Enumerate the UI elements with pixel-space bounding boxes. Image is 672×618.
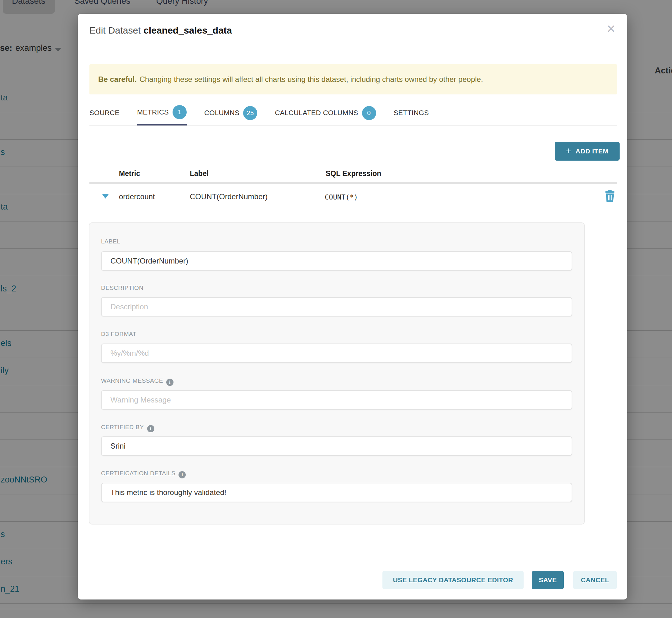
tab-columns-label: COLUMNS — [204, 109, 239, 117]
modal-footer: USE LEGACY DATASOURCE EDITOR SAVE CANCEL — [382, 571, 617, 589]
close-icon[interactable]: × — [607, 21, 615, 36]
metric-sql-cell: COUNT(*) — [325, 193, 358, 201]
save-button[interactable]: SAVE — [532, 571, 564, 589]
label-field-label: LABEL — [101, 238, 120, 245]
modal-header: Edit Datasetcleaned_sales_data × — [78, 14, 627, 47]
metric-label-cell: COUNT(OrderNumber) — [190, 192, 268, 201]
dataset-editor-tabs: SOURCE METRICS 1 COLUMNS 25 CALCULATED C… — [89, 100, 617, 126]
label-field-label-text: LABEL — [101, 238, 120, 245]
warning-message-input[interactable] — [101, 390, 572, 410]
calculated-columns-count-badge: 0 — [362, 106, 376, 120]
warning-banner: Be careful. Changing these settings will… — [89, 64, 617, 94]
metrics-count-badge: 1 — [173, 105, 187, 119]
certification-details-field-label-text: CERTIFICATION DETAILS — [101, 470, 175, 477]
warning-banner-text: Changing these settings will affect all … — [139, 75, 483, 84]
metric-edit-panel: LABEL DESCRIPTION D3 FORMAT WARNING MESS… — [89, 222, 585, 524]
description-field-label-text: DESCRIPTION — [101, 285, 143, 291]
tab-settings-label: SETTINGS — [394, 109, 429, 117]
certified-by-field-label-text: CERTIFIED BY — [101, 424, 144, 430]
d3-format-input[interactable] — [101, 343, 572, 363]
info-icon[interactable]: i — [147, 425, 154, 432]
metric-name-cell: ordercount — [119, 192, 155, 201]
warning-message-field-label: WARNING MESSAGEi — [101, 377, 174, 386]
add-item-button[interactable]: + ADD ITEM — [555, 142, 619, 161]
tab-metrics-label: METRICS — [137, 108, 169, 116]
certification-details-field-label: CERTIFICATION DETAILSi — [101, 470, 186, 479]
certified-by-field-label: CERTIFIED BYi — [101, 424, 154, 432]
tab-columns[interactable]: COLUMNS 25 — [204, 100, 257, 125]
cancel-button[interactable]: CANCEL — [573, 571, 617, 589]
edit-dataset-modal: Edit Datasetcleaned_sales_data × Be care… — [78, 14, 627, 600]
tab-calculated-columns[interactable]: CALCULATED COLUMNS 0 — [275, 100, 376, 125]
d3-format-field-label-text: D3 FORMAT — [101, 331, 136, 337]
metrics-table-divider — [89, 182, 617, 184]
modal-title: Edit Datasetcleaned_sales_data — [89, 25, 232, 36]
info-icon[interactable]: i — [179, 471, 186, 479]
tab-metrics[interactable]: METRICS 1 — [137, 100, 187, 125]
trash-icon[interactable] — [604, 190, 615, 203]
tab-source[interactable]: SOURCE — [89, 100, 119, 125]
description-input[interactable] — [101, 297, 572, 317]
warning-message-field-label-text: WARNING MESSAGE — [101, 377, 163, 384]
label-input[interactable] — [101, 251, 572, 271]
sql-expression-column-header: SQL Expression — [326, 170, 381, 178]
metric-column-header: Metric — [119, 170, 140, 178]
d3-format-field-label: D3 FORMAT — [101, 331, 136, 337]
certification-details-input[interactable] — [101, 483, 572, 502]
description-field-label: DESCRIPTION — [101, 285, 143, 291]
tab-settings[interactable]: SETTINGS — [394, 100, 429, 125]
add-item-label: ADD ITEM — [576, 147, 609, 155]
tab-source-label: SOURCE — [89, 109, 119, 117]
plus-icon: + — [566, 145, 572, 156]
tab-calculated-columns-label: CALCULATED COLUMNS — [275, 109, 358, 117]
certified-by-input[interactable] — [101, 436, 572, 456]
use-legacy-datasource-editor-button[interactable]: USE LEGACY DATASOURCE EDITOR — [382, 571, 523, 589]
warning-banner-bold: Be careful. — [98, 75, 137, 84]
row-expand-caret-icon[interactable] — [102, 194, 109, 199]
screen: Datasets Saved Queries Query History se:… — [0, 0, 672, 618]
label-column-header: Label — [190, 170, 209, 178]
columns-count-badge: 25 — [243, 106, 257, 120]
modal-title-dataset-name: cleaned_sales_data — [143, 25, 232, 35]
modal-title-prefix: Edit Dataset — [89, 25, 140, 35]
info-icon[interactable]: i — [166, 379, 174, 386]
